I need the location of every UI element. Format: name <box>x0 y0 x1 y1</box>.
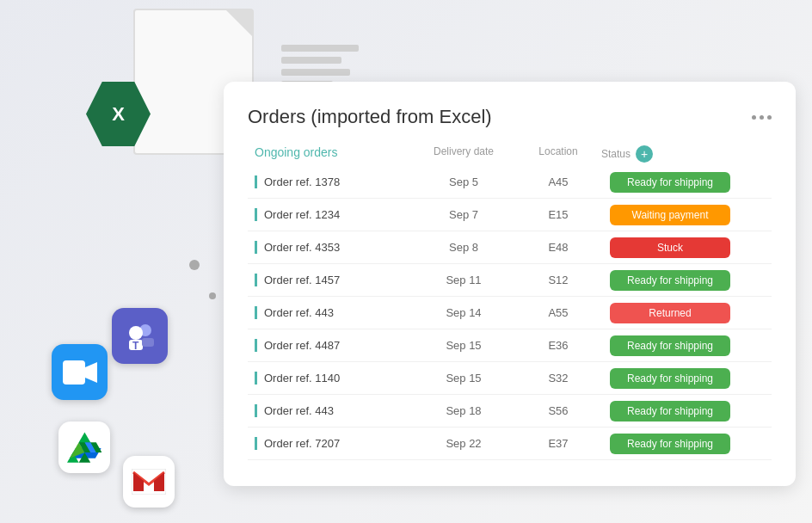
status-badge[interactable]: Returned <box>610 303 730 323</box>
status-cell: Ready for shipping <box>601 434 739 454</box>
excel-logo: X <box>86 82 151 146</box>
table-row: Order ref. 1234 Sep 7 E15 Waiting paymen… <box>248 199 772 231</box>
status-cell: Waiting payment <box>601 205 739 225</box>
col-header-location: Location <box>515 145 601 163</box>
order-ref: Order ref. 7207 <box>255 437 412 450</box>
zoom-logo <box>52 344 108 400</box>
table-row: Order ref. 443 Sep 18 S56 Ready for ship… <box>248 395 772 428</box>
doc-line <box>281 57 341 64</box>
status-badge[interactable]: Ready for shipping <box>610 270 730 291</box>
gmail-icon <box>132 469 166 495</box>
drive-logo <box>58 421 110 473</box>
table-row: Order ref. 4353 Sep 8 E48 Stuck <box>248 231 772 264</box>
drive-icon <box>67 432 102 463</box>
location: E48 <box>515 241 601 254</box>
delivery-date: Sep 7 <box>412 208 515 221</box>
section-label: Ongoing orders <box>255 145 412 163</box>
order-ref: Order ref. 443 <box>255 306 412 319</box>
svg-rect-0 <box>63 360 85 385</box>
table-row: Order ref. 1457 Sep 11 S12 Ready for shi… <box>248 264 772 297</box>
delivery-date: Sep 15 <box>412 339 515 352</box>
status-cell: Ready for shipping <box>601 270 739 291</box>
table-row: Order ref. 1378 Sep 5 A45 Ready for ship… <box>248 166 772 199</box>
scene: X T <box>0 0 812 523</box>
delivery-date: Sep 5 <box>412 175 515 188</box>
status-cell: Stuck <box>601 237 739 258</box>
doc-line <box>281 69 350 76</box>
excel-hex-icon: X <box>86 82 151 146</box>
location: A45 <box>515 175 601 188</box>
svg-marker-1 <box>85 362 97 383</box>
status-cell: Ready for shipping <box>601 172 739 193</box>
svg-rect-5 <box>142 338 154 347</box>
location: E36 <box>515 339 601 352</box>
order-ref: Order ref. 1378 <box>255 175 412 188</box>
order-ref: Order ref. 443 <box>255 404 412 417</box>
doc-line <box>281 45 359 52</box>
col-header-status: Status <box>601 148 631 160</box>
location: S32 <box>515 372 601 385</box>
table-row: Order ref. 1140 Sep 15 S32 Ready for shi… <box>248 362 772 395</box>
card-header: Orders (imported from Excel) <box>248 106 772 128</box>
card-title: Orders (imported from Excel) <box>248 106 492 128</box>
status-cell: Ready for shipping <box>601 401 739 421</box>
status-badge[interactable]: Ready for shipping <box>610 434 730 454</box>
status-cell: Returned <box>601 303 739 323</box>
status-cell: Ready for shipping <box>601 368 739 389</box>
status-badge[interactable]: Ready for shipping <box>610 401 730 421</box>
add-column-button[interactable]: + <box>636 145 653 163</box>
main-card: Orders (imported from Excel) Ongoing ord… <box>224 82 796 486</box>
delivery-date: Sep 8 <box>412 241 515 254</box>
delivery-date: Sep 22 <box>412 437 515 450</box>
col-header-delivery: Delivery date <box>412 145 515 163</box>
status-badge[interactable]: Ready for shipping <box>610 335 730 356</box>
svg-point-3 <box>129 326 143 340</box>
table-header: Ongoing orders Delivery date Location St… <box>248 145 772 163</box>
status-badge[interactable]: Stuck <box>610 237 730 258</box>
gmail-logo <box>123 456 175 508</box>
order-ref: Order ref. 4487 <box>255 339 412 352</box>
orders-table: Order ref. 1378 Sep 5 A45 Ready for ship… <box>248 166 772 460</box>
order-ref: Order ref. 1140 <box>255 372 412 385</box>
status-badge[interactable]: Waiting payment <box>610 205 730 225</box>
delivery-date: Sep 11 <box>412 274 515 286</box>
location: S12 <box>515 274 601 286</box>
status-badge[interactable]: Ready for shipping <box>610 172 730 193</box>
delivery-date: Sep 14 <box>412 306 515 319</box>
teams-icon: T <box>123 319 157 354</box>
order-ref: Order ref. 1457 <box>255 274 412 286</box>
col-header-status-wrap: Status + <box>601 145 739 163</box>
delivery-date: Sep 18 <box>412 404 515 417</box>
status-badge[interactable]: Ready for shipping <box>610 368 730 389</box>
location: A55 <box>515 306 601 319</box>
order-ref: Order ref. 4353 <box>255 241 412 254</box>
menu-dot-1 <box>752 115 756 120</box>
location: E15 <box>515 208 601 221</box>
delivery-date: Sep 15 <box>412 372 515 385</box>
card-menu-button[interactable] <box>752 115 772 120</box>
menu-dot-3 <box>767 115 772 120</box>
status-cell: Ready for shipping <box>601 335 739 356</box>
connector-dot-1 <box>189 260 200 270</box>
svg-text:T: T <box>132 340 139 352</box>
excel-letter: X <box>112 103 125 126</box>
table-row: Order ref. 4487 Sep 15 E36 Ready for shi… <box>248 329 772 362</box>
teams-logo: T <box>112 308 168 364</box>
menu-dot-2 <box>760 115 764 120</box>
order-ref: Order ref. 1234 <box>255 208 412 221</box>
location: E37 <box>515 437 601 450</box>
table-row: Order ref. 7207 Sep 22 E37 Ready for shi… <box>248 428 772 460</box>
location: S56 <box>515 404 601 417</box>
table-row: Order ref. 443 Sep 14 A55 Returned <box>248 297 772 329</box>
connector-dot-2 <box>209 292 216 299</box>
zoom-icon <box>63 360 97 385</box>
